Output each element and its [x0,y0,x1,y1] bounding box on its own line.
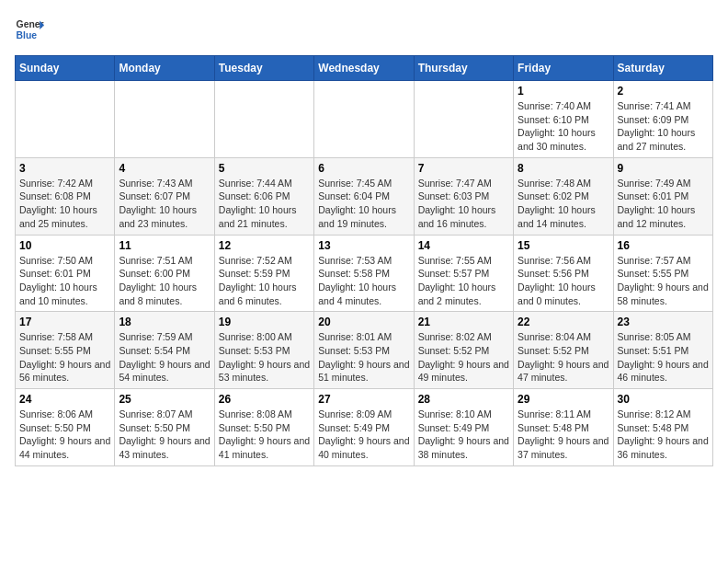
day-number: 6 [318,162,409,175]
day-info: Sunrise: 7:55 AMSunset: 5:57 PMDaylight:… [418,254,509,308]
day-info: Sunrise: 8:06 AMSunset: 5:50 PMDaylight:… [19,408,110,462]
calendar-cell: 21Sunrise: 8:02 AMSunset: 5:52 PMDayligh… [414,312,513,389]
day-info: Sunrise: 8:12 AMSunset: 5:48 PMDaylight:… [618,408,709,462]
day-number: 29 [518,393,609,406]
calendar-cell: 16Sunrise: 7:57 AMSunset: 5:55 PMDayligh… [613,235,712,312]
day-number: 8 [518,162,609,175]
day-info: Sunrise: 7:57 AMSunset: 5:55 PMDaylight:… [618,254,709,308]
day-number: 10 [19,239,110,252]
day-info: Sunrise: 7:51 AMSunset: 6:00 PMDaylight:… [119,254,210,308]
calendar-cell: 8Sunrise: 7:48 AMSunset: 6:02 PMDaylight… [514,157,613,235]
day-number: 24 [19,393,110,406]
day-number: 3 [19,162,110,175]
calendar-week-3: 10Sunrise: 7:50 AMSunset: 6:01 PMDayligh… [16,235,713,312]
day-number: 4 [119,162,210,175]
col-header-thursday: Thursday [414,56,513,81]
day-number: 13 [318,239,409,252]
calendar-cell: 4Sunrise: 7:43 AMSunset: 6:07 PMDaylight… [115,157,214,235]
day-info: Sunrise: 7:42 AMSunset: 6:08 PMDaylight:… [19,177,110,231]
calendar-table: SundayMondayTuesdayWednesdayThursdayFrid… [15,55,713,466]
calendar-cell: 15Sunrise: 7:56 AMSunset: 5:56 PMDayligh… [514,235,613,312]
calendar-cell [16,81,115,158]
col-header-monday: Monday [115,56,214,81]
day-info: Sunrise: 8:10 AMSunset: 5:49 PMDaylight:… [418,408,509,462]
calendar-cell: 2Sunrise: 7:41 AMSunset: 6:09 PMDaylight… [613,81,712,158]
day-info: Sunrise: 7:48 AMSunset: 6:02 PMDaylight:… [518,177,609,231]
day-info: Sunrise: 7:56 AMSunset: 5:56 PMDaylight:… [518,254,609,308]
logo-icon: General Blue [15,15,44,44]
calendar-cell: 25Sunrise: 8:07 AMSunset: 5:50 PMDayligh… [115,389,214,466]
day-info: Sunrise: 7:52 AMSunset: 5:59 PMDaylight:… [219,254,310,308]
calendar-cell: 29Sunrise: 8:11 AMSunset: 5:48 PMDayligh… [514,389,613,466]
day-number: 18 [119,316,210,328]
calendar-cell [414,81,513,158]
calendar-cell [115,81,214,158]
calendar-cell: 30Sunrise: 8:12 AMSunset: 5:48 PMDayligh… [613,389,712,466]
day-number: 30 [618,393,709,406]
calendar-cell: 11Sunrise: 7:51 AMSunset: 6:00 PMDayligh… [115,235,214,312]
day-number: 21 [418,316,509,328]
day-info: Sunrise: 7:47 AMSunset: 6:03 PMDaylight:… [418,177,509,231]
calendar-cell [214,81,313,158]
calendar-cell: 13Sunrise: 7:53 AMSunset: 5:58 PMDayligh… [314,235,414,312]
day-number: 5 [219,162,310,175]
day-number: 20 [318,316,409,328]
calendar-week-1: 1Sunrise: 7:40 AMSunset: 6:10 PMDaylight… [16,81,713,158]
day-number: 12 [219,239,310,252]
day-number: 23 [618,316,709,328]
day-info: Sunrise: 8:07 AMSunset: 5:50 PMDaylight:… [119,408,210,462]
day-number: 25 [119,393,210,406]
day-number: 27 [318,393,409,406]
calendar-cell: 3Sunrise: 7:42 AMSunset: 6:08 PMDaylight… [16,157,115,235]
day-number: 1 [518,85,609,98]
day-info: Sunrise: 7:43 AMSunset: 6:07 PMDaylight:… [119,177,210,231]
day-info: Sunrise: 8:01 AMSunset: 5:53 PMDaylight:… [318,330,409,385]
calendar-cell: 7Sunrise: 7:47 AMSunset: 6:03 PMDaylight… [414,157,513,235]
day-info: Sunrise: 7:53 AMSunset: 5:58 PMDaylight:… [318,254,409,308]
day-number: 15 [518,239,609,252]
svg-text:Blue: Blue [17,30,38,40]
calendar-cell [314,81,414,158]
calendar-cell: 27Sunrise: 8:09 AMSunset: 5:49 PMDayligh… [314,389,414,466]
day-info: Sunrise: 8:08 AMSunset: 5:50 PMDaylight:… [219,408,310,462]
day-info: Sunrise: 7:44 AMSunset: 6:06 PMDaylight:… [219,177,310,231]
calendar-cell: 18Sunrise: 7:59 AMSunset: 5:54 PMDayligh… [115,312,214,389]
calendar-cell: 19Sunrise: 8:00 AMSunset: 5:53 PMDayligh… [214,312,313,389]
calendar-cell: 12Sunrise: 7:52 AMSunset: 5:59 PMDayligh… [214,235,313,312]
day-number: 7 [418,162,509,175]
calendar-cell: 24Sunrise: 8:06 AMSunset: 5:50 PMDayligh… [16,389,115,466]
calendar-cell: 14Sunrise: 7:55 AMSunset: 5:57 PMDayligh… [414,235,513,312]
day-number: 19 [219,316,310,328]
day-number: 16 [618,239,709,252]
day-info: Sunrise: 7:59 AMSunset: 5:54 PMDaylight:… [119,330,210,385]
day-number: 22 [518,316,609,328]
calendar-cell: 23Sunrise: 8:05 AMSunset: 5:51 PMDayligh… [613,312,712,389]
calendar-cell: 28Sunrise: 8:10 AMSunset: 5:49 PMDayligh… [414,389,513,466]
page-header: General Blue [15,15,713,44]
day-number: 28 [418,393,509,406]
day-info: Sunrise: 8:09 AMSunset: 5:49 PMDaylight:… [318,408,409,462]
day-info: Sunrise: 7:41 AMSunset: 6:09 PMDaylight:… [618,99,709,154]
calendar-cell: 1Sunrise: 7:40 AMSunset: 6:10 PMDaylight… [514,81,613,158]
col-header-saturday: Saturday [613,56,712,81]
day-info: Sunrise: 8:02 AMSunset: 5:52 PMDaylight:… [418,330,509,385]
calendar-cell: 10Sunrise: 7:50 AMSunset: 6:01 PMDayligh… [16,235,115,312]
day-info: Sunrise: 7:49 AMSunset: 6:01 PMDaylight:… [618,177,709,231]
calendar-cell: 22Sunrise: 8:04 AMSunset: 5:52 PMDayligh… [514,312,613,389]
day-info: Sunrise: 7:50 AMSunset: 6:01 PMDaylight:… [19,254,110,308]
day-number: 14 [418,239,509,252]
day-number: 2 [618,85,709,98]
day-number: 11 [119,239,210,252]
day-info: Sunrise: 7:58 AMSunset: 5:55 PMDaylight:… [19,330,110,385]
day-info: Sunrise: 8:11 AMSunset: 5:48 PMDaylight:… [518,408,609,462]
calendar-cell: 20Sunrise: 8:01 AMSunset: 5:53 PMDayligh… [314,312,414,389]
day-number: 17 [19,316,110,328]
calendar-week-2: 3Sunrise: 7:42 AMSunset: 6:08 PMDaylight… [16,157,713,235]
calendar-cell: 9Sunrise: 7:49 AMSunset: 6:01 PMDaylight… [613,157,712,235]
calendar-week-4: 17Sunrise: 7:58 AMSunset: 5:55 PMDayligh… [16,312,713,389]
day-info: Sunrise: 7:45 AMSunset: 6:04 PMDaylight:… [318,177,409,231]
day-number: 26 [219,393,310,406]
day-info: Sunrise: 8:05 AMSunset: 5:51 PMDaylight:… [618,330,709,385]
logo: General Blue [15,15,44,44]
calendar-cell: 5Sunrise: 7:44 AMSunset: 6:06 PMDaylight… [214,157,313,235]
